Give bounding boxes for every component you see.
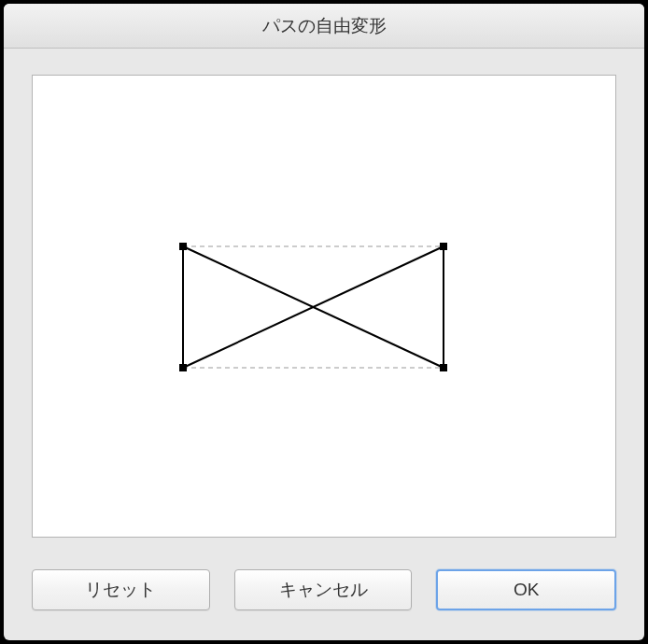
handle-bottom-left[interactable] xyxy=(179,364,187,371)
dialog-window: パスの自由変形 xyxy=(4,4,644,640)
dialog-content: リセット キャンセル OK xyxy=(4,49,644,640)
dialog-title: パスの自由変形 xyxy=(262,14,387,38)
handle-top-left[interactable] xyxy=(179,243,187,250)
preview-canvas[interactable] xyxy=(32,75,616,538)
reset-button[interactable]: リセット xyxy=(32,569,210,610)
button-row: リセット キャンセル OK xyxy=(32,569,616,610)
ok-button[interactable]: OK xyxy=(436,569,616,610)
titlebar: パスの自由変形 xyxy=(4,4,644,49)
path-lines xyxy=(183,246,444,368)
cancel-button[interactable]: キャンセル xyxy=(234,569,413,610)
handle-top-right[interactable] xyxy=(440,243,447,250)
path-preview xyxy=(33,76,615,537)
handle-bottom-right[interactable] xyxy=(440,364,447,371)
